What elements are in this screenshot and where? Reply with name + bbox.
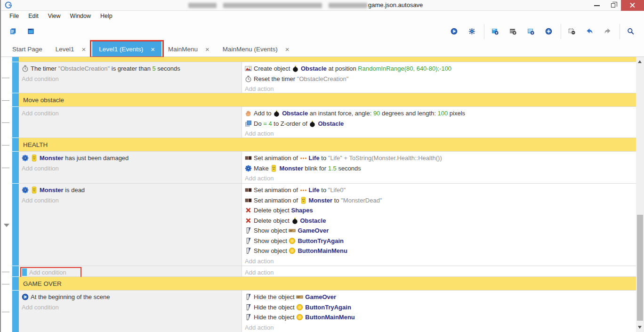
undo-button[interactable] bbox=[581, 23, 599, 40]
action-line[interactable]: Show object GameOver bbox=[242, 226, 637, 236]
action-line[interactable]: Make Monster blink for 1.5 seconds bbox=[242, 163, 637, 174]
actions-cell[interactable]: Hide the object GameOverHide the object … bbox=[242, 291, 637, 332]
add-condition-button[interactable]: Add condition bbox=[20, 267, 81, 277]
action-line[interactable]: Set animation of Life to "Life" + ToStri… bbox=[242, 153, 637, 163]
action-line[interactable]: Hide the object GameOver bbox=[242, 292, 637, 302]
menu-window[interactable]: Window bbox=[65, 12, 96, 20]
condition-line[interactable]: The timer "ObstacleCreation" is greater … bbox=[19, 64, 242, 74]
menu-file[interactable]: File bbox=[5, 12, 24, 20]
tab-close-icon[interactable]: × bbox=[82, 45, 86, 53]
condition-line[interactable]: Monster is dead bbox=[19, 185, 242, 195]
tab-start-page[interactable]: Start Page bbox=[6, 41, 49, 57]
event-drag-handle[interactable] bbox=[12, 93, 19, 106]
scene-editor-button[interactable] bbox=[23, 23, 40, 40]
actions-cell[interactable]: Set animation of Life to "Life0"Set anim… bbox=[242, 184, 637, 266]
play-button[interactable] bbox=[446, 23, 464, 40]
tab-close-icon[interactable]: × bbox=[151, 45, 155, 53]
actions-cell[interactable]: Create object Obstacle at position Rando… bbox=[242, 62, 637, 93]
project-manager-button[interactable] bbox=[5, 23, 23, 40]
actions-cell[interactable]: Set animation of Life to "Life" + ToStri… bbox=[242, 152, 637, 183]
comment-text[interactable] bbox=[19, 57, 637, 62]
add-event-button[interactable] bbox=[487, 23, 505, 40]
action-line[interactable]: Show object ButtonMainMenu bbox=[242, 246, 637, 256]
add-action-button[interactable]: Add action bbox=[245, 175, 274, 182]
event-drag-handle[interactable] bbox=[12, 57, 19, 62]
event-drag-handle[interactable] bbox=[12, 184, 19, 266]
event-drag-handle[interactable] bbox=[12, 266, 19, 276]
add-condition-button[interactable]: Add condition bbox=[22, 304, 59, 311]
tab-close-icon[interactable]: × bbox=[285, 45, 290, 53]
event-drag-handle[interactable] bbox=[12, 277, 19, 290]
condition-line[interactable]: At the beginning of the scene bbox=[19, 292, 242, 302]
comment-text[interactable]: Move obstacle bbox=[19, 93, 637, 106]
gameover-icon bbox=[289, 227, 296, 234]
event-drag-handle[interactable] bbox=[12, 138, 19, 151]
condition-line[interactable]: Monster has just been damaged bbox=[19, 153, 242, 163]
conditions-cell[interactable]: Add condition bbox=[19, 266, 242, 276]
text-segment-val: 100 bbox=[438, 110, 448, 117]
add-condition-button[interactable]: Add condition bbox=[22, 197, 59, 204]
event-drag-handle[interactable] bbox=[12, 62, 19, 93]
action-line[interactable]: Delete object Shapes bbox=[242, 205, 637, 216]
event-drag-handle[interactable] bbox=[12, 107, 19, 138]
add-action-button[interactable]: Add action bbox=[245, 85, 274, 92]
delete-event-button[interactable] bbox=[564, 23, 581, 40]
text-segment-obj: ButtonMainMenu bbox=[305, 314, 354, 321]
vertical-scrollbar[interactable] bbox=[636, 57, 644, 332]
actions-cell[interactable]: Add to Obstacle an instant force, angle:… bbox=[242, 107, 637, 138]
debug-button[interactable] bbox=[464, 23, 482, 40]
add-action-button[interactable]: Add action bbox=[245, 324, 274, 331]
conditions-cell[interactable]: The timer "ObstacleCreation" is greater … bbox=[19, 62, 242, 93]
actions-cell[interactable]: Add action bbox=[242, 266, 637, 276]
comment-text[interactable]: GAME OVER bbox=[19, 277, 637, 290]
action-line[interactable]: Set animation of Monster to "MonsterDead… bbox=[242, 195, 637, 206]
text-segment-plain: an instant force, angle: bbox=[308, 110, 373, 117]
event-drag-handle[interactable] bbox=[12, 152, 19, 183]
action-line[interactable]: Create object Obstacle at position Rando… bbox=[242, 64, 637, 74]
add-comment-button[interactable] bbox=[523, 23, 540, 40]
conditions-cell[interactable]: Monster is deadAdd condition bbox=[19, 184, 242, 266]
comment-text[interactable]: HEALTH bbox=[19, 138, 637, 151]
scrollbar-thumb[interactable] bbox=[637, 215, 643, 321]
scroll-down-icon[interactable] bbox=[638, 326, 642, 329]
action-line[interactable]: Reset the timer "ObstacleCreation" bbox=[242, 74, 637, 84]
text-segment-plain: Delete object bbox=[254, 207, 291, 214]
tab-close-icon[interactable]: × bbox=[205, 45, 209, 53]
conditions-cell[interactable]: Add condition bbox=[19, 107, 242, 138]
add-subevent-button[interactable] bbox=[505, 23, 523, 40]
tab-mainmenu-events[interactable]: MainMenu (Events)× bbox=[216, 41, 296, 57]
tab-level1[interactable]: Level1× bbox=[49, 41, 93, 57]
add-condition-button[interactable]: Add condition bbox=[22, 75, 59, 82]
text-segment-plain: Set animation of bbox=[254, 154, 300, 162]
conditions-cell[interactable]: Monster has just been damagedAdd conditi… bbox=[19, 152, 242, 183]
conditions-cell[interactable]: At the beginning of the sceneAdd conditi… bbox=[19, 291, 242, 332]
close-button[interactable] bbox=[621, 0, 644, 11]
scroll-up-icon[interactable] bbox=[638, 60, 642, 63]
action-line[interactable]: Hide the object ButtonMainMenu bbox=[242, 312, 637, 323]
events-sheet: The timer "ObstacleCreation" is greater … bbox=[1, 57, 644, 332]
redo-button[interactable] bbox=[599, 23, 617, 40]
tab-level1-events[interactable]: Level1 (Events)× bbox=[92, 41, 161, 57]
event-expander-icon[interactable] bbox=[1, 184, 12, 266]
menu-edit[interactable]: Edit bbox=[24, 12, 43, 20]
action-line[interactable]: Add to Obstacle an instant force, angle:… bbox=[242, 108, 637, 119]
undo-icon bbox=[586, 28, 593, 35]
add-action-button[interactable]: Add action bbox=[245, 130, 274, 137]
add-action-button[interactable]: Add action bbox=[245, 258, 274, 265]
search-button[interactable] bbox=[622, 23, 640, 40]
add-circle-button[interactable] bbox=[540, 23, 558, 40]
action-line[interactable]: Set animation of Life to "Life0" bbox=[242, 185, 637, 195]
restore-button[interactable] bbox=[605, 0, 621, 11]
add-condition-button[interactable]: Add condition bbox=[22, 110, 59, 117]
action-line[interactable]: Show object ButtonTryAgain bbox=[242, 236, 637, 246]
event-drag-handle[interactable] bbox=[12, 291, 19, 332]
action-line[interactable]: Do = 4 to Z-order of Obstacle bbox=[242, 119, 637, 129]
add-condition-button[interactable]: Add condition bbox=[22, 165, 59, 172]
action-line[interactable]: Hide the object ButtonTryAgain bbox=[242, 302, 637, 313]
action-line[interactable]: Delete object Obstacle bbox=[242, 216, 637, 226]
menu-view[interactable]: View bbox=[43, 12, 65, 20]
add-action-button[interactable]: Add action bbox=[245, 269, 274, 276]
minimize-button[interactable] bbox=[589, 0, 605, 11]
tab-mainmenu[interactable]: MainMenu× bbox=[161, 41, 216, 57]
menu-help[interactable]: Help bbox=[96, 12, 117, 20]
